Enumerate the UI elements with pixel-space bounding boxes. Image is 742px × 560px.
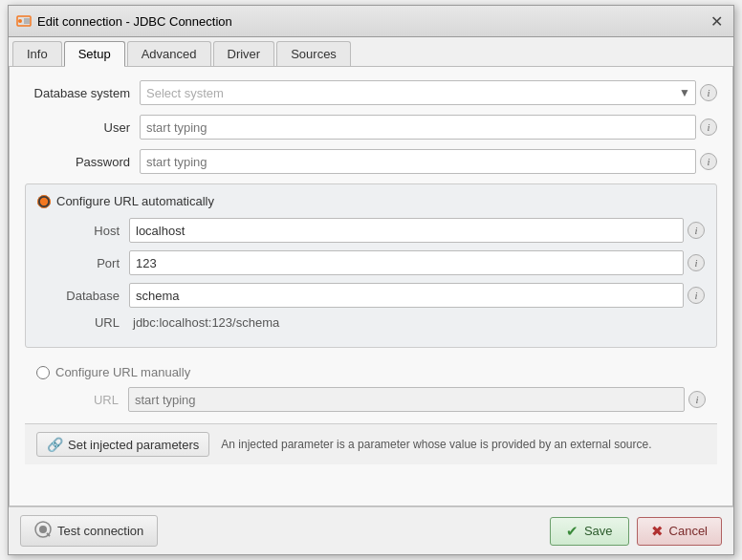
- link-icon: 🔗: [47, 437, 63, 452]
- port-row: Port i: [37, 250, 705, 275]
- port-label: Port: [53, 256, 129, 270]
- password-wrap: i: [140, 149, 717, 174]
- tab-driver[interactable]: Driver: [213, 41, 275, 66]
- tab-setup[interactable]: Setup: [64, 41, 125, 67]
- auto-url-radio-row: Configure URL automatically: [37, 194, 705, 208]
- manual-url-field-label: URL: [52, 393, 128, 407]
- host-info-icon[interactable]: i: [687, 222, 705, 239]
- main-window: Edit connection - JDBC Connection ✕ Info…: [8, 5, 734, 555]
- url-display-wrap: jdbc:localhost:123/schema: [129, 315, 705, 330]
- database-system-label: Database system: [25, 86, 140, 100]
- content-area: Database system Select system ▼ i User i: [9, 67, 733, 506]
- host-label: Host: [53, 224, 129, 238]
- database-row: Database i: [37, 283, 705, 308]
- user-input[interactable]: [140, 115, 696, 140]
- auto-url-radio[interactable]: [37, 195, 51, 208]
- database-system-row: Database system Select system ▼ i: [25, 80, 717, 105]
- user-label: User: [25, 120, 140, 135]
- manual-url-row: URL i: [36, 387, 706, 412]
- url-display-label: URL: [53, 315, 129, 330]
- database-input[interactable]: [129, 283, 684, 308]
- password-input[interactable]: [140, 149, 696, 174]
- manual-url-input[interactable]: [128, 387, 685, 412]
- set-injected-parameters-button[interactable]: 🔗 Set injected parameters: [36, 432, 209, 457]
- auto-url-label[interactable]: Configure URL automatically: [56, 194, 214, 208]
- password-info-icon[interactable]: i: [700, 153, 717, 170]
- injected-info-text: An injected parameter is a parameter who…: [221, 438, 651, 451]
- database-label: Database: [53, 289, 129, 303]
- title-bar: Edit connection - JDBC Connection ✕: [9, 6, 733, 37]
- test-connection-button[interactable]: Test connection: [20, 515, 158, 547]
- manual-url-info-icon[interactable]: i: [688, 391, 706, 408]
- tab-bar: Info Setup Advanced Driver Sources: [9, 37, 733, 67]
- footer: Test connection ✔ Save ✖ Cancel: [9, 506, 733, 554]
- save-label: Save: [584, 524, 613, 538]
- database-wrap: i: [129, 283, 705, 308]
- injected-bar: 🔗 Set injected parameters An injected pa…: [25, 423, 717, 464]
- window-title: Edit connection - JDBC Connection: [37, 14, 232, 29]
- save-icon: ✔: [566, 523, 578, 540]
- title-bar-left: Edit connection - JDBC Connection: [16, 13, 232, 29]
- manual-url-radio[interactable]: [36, 366, 50, 379]
- cancel-button[interactable]: ✖ Cancel: [637, 517, 722, 546]
- password-label: Password: [25, 155, 140, 169]
- svg-point-6: [39, 526, 47, 533]
- database-info-icon[interactable]: i: [687, 287, 705, 304]
- port-wrap: i: [129, 250, 705, 275]
- port-info-icon[interactable]: i: [687, 254, 705, 271]
- host-input[interactable]: [129, 218, 684, 243]
- manual-url-radio-row: Configure URL manually: [36, 365, 706, 379]
- set-injected-label: Set injected parameters: [68, 438, 199, 452]
- manual-url-wrap: i: [128, 387, 706, 412]
- user-info-icon[interactable]: i: [700, 118, 717, 136]
- password-row: Password i: [25, 149, 717, 174]
- host-row: Host i: [37, 218, 705, 243]
- save-button[interactable]: ✔ Save: [550, 517, 629, 546]
- manual-url-section: Configure URL manually URL i: [25, 357, 717, 416]
- user-row: User i: [25, 115, 717, 140]
- auto-url-section: Configure URL automatically Host i Port …: [25, 183, 717, 348]
- window-icon: [16, 13, 32, 29]
- tab-sources[interactable]: Sources: [276, 41, 351, 66]
- svg-point-1: [18, 19, 22, 23]
- user-wrap: i: [140, 115, 717, 140]
- url-display-row: URL jdbc:localhost:123/schema: [37, 315, 705, 330]
- test-connection-icon: [34, 521, 52, 541]
- cancel-icon: ✖: [651, 523, 664, 540]
- footer-left: Test connection: [20, 515, 158, 547]
- test-connection-label: Test connection: [57, 524, 143, 538]
- manual-url-label[interactable]: Configure URL manually: [55, 365, 190, 379]
- tab-info[interactable]: Info: [12, 41, 62, 66]
- url-display-value: jdbc:localhost:123/schema: [129, 315, 705, 330]
- database-system-select[interactable]: Select system: [140, 80, 696, 105]
- database-system-wrap: Select system ▼ i: [140, 80, 717, 105]
- footer-right: ✔ Save ✖ Cancel: [550, 517, 722, 546]
- close-button[interactable]: ✕: [707, 11, 726, 31]
- database-system-select-wrap: Select system ▼: [140, 80, 696, 105]
- port-input[interactable]: [129, 250, 684, 275]
- tab-advanced[interactable]: Advanced: [127, 41, 211, 66]
- cancel-label: Cancel: [669, 524, 708, 538]
- host-wrap: i: [129, 218, 705, 243]
- database-system-info-icon[interactable]: i: [700, 84, 717, 101]
